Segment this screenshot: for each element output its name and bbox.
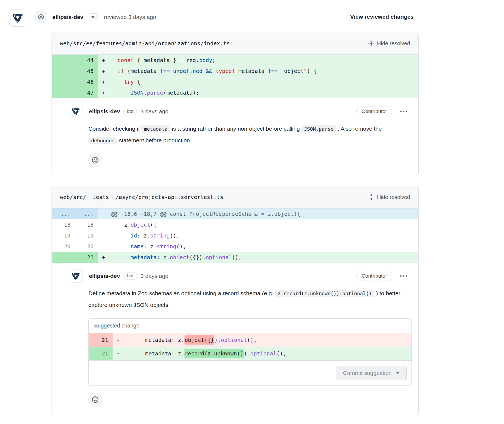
- code-token: [111, 79, 124, 85]
- hide-resolved-label: Hide resolved: [377, 194, 410, 200]
- diff-row: 45+ if (metadata !== undefined && typeof…: [52, 66, 418, 76]
- code-line: + JSON.parse(metadata);: [98, 87, 418, 98]
- comment-header: ellipsis-dev bot 3 days ago Contributor: [69, 269, 409, 283]
- chevron-down-icon: [395, 372, 400, 374]
- diff-row: 21+ metadata: z.record(z.unknown()).opti…: [89, 347, 412, 360]
- diff-row: 47+ JSON.parse(metadata);: [52, 87, 418, 98]
- code-token: ({}).: [189, 254, 206, 261]
- code-token: ) {: [307, 68, 317, 74]
- reviewer-avatar[interactable]: [9, 9, 26, 27]
- code-token: { metadata }: [134, 57, 180, 63]
- code-token: typeof: [215, 68, 235, 74]
- reviewer-name[interactable]: ellipsis-dev: [52, 14, 83, 20]
- add-reaction-button[interactable]: [88, 153, 102, 167]
- line-number[interactable]: [52, 76, 75, 87]
- line-number[interactable]: 19: [75, 230, 98, 241]
- code-token: id: [130, 232, 137, 239]
- code-token: =: [180, 57, 183, 63]
- code-token: (),: [276, 350, 286, 357]
- hide-resolved-button[interactable]: Hide resolved: [368, 194, 410, 200]
- comment-body: Consider checking if metadata is a strin…: [88, 123, 409, 146]
- code-line: + try {: [98, 76, 418, 87]
- code-token: optional: [221, 337, 247, 343]
- line-number[interactable]: ...: [52, 208, 75, 219]
- code-token: JSON: [130, 89, 143, 96]
- code-token: (),: [170, 232, 180, 239]
- line-number[interactable]: 44: [75, 55, 98, 66]
- line-number[interactable]: ...: [75, 208, 98, 219]
- code-line: name: z.string(),: [98, 241, 418, 252]
- code-token: ).: [214, 337, 221, 343]
- diff-row: 1919 id: z.string(),: [52, 230, 418, 241]
- line-number[interactable]: [52, 55, 75, 66]
- timeline-line: [41, 0, 41, 424]
- code-token: [202, 68, 206, 74]
- diff-row: 46+ try {: [52, 76, 418, 87]
- line-number[interactable]: 18: [52, 219, 75, 230]
- suggested-change-title: Suggested change: [89, 319, 412, 333]
- review-thread-card-1: web/src/ee/features/admin-api/organizati…: [52, 32, 419, 176]
- code-token: string: [150, 232, 170, 239]
- code-token: metadata: z.: [126, 337, 184, 343]
- line-number[interactable]: [52, 87, 75, 98]
- comment-avatar[interactable]: [69, 105, 82, 118]
- code-token: name: [130, 243, 143, 250]
- comment-avatar[interactable]: [69, 269, 82, 283]
- line-number[interactable]: 46: [75, 76, 98, 87]
- inline-code: JSON.parse: [301, 125, 336, 133]
- diff-row: 21- metadata: z.object({}).optional(),: [89, 333, 412, 347]
- diff-block: ......@@ -18,6 +18,7 @@ const ProjectRes…: [52, 208, 418, 263]
- code-token: string: [157, 243, 176, 250]
- hide-resolved-label: Hide resolved: [377, 40, 410, 47]
- review-comment-1: ellipsis-dev bot 3 days ago Contributor …: [52, 98, 418, 176]
- code-token: (),: [247, 337, 257, 343]
- line-number[interactable]: 20: [52, 241, 75, 252]
- diff-sign: +: [102, 66, 111, 76]
- code-token: undefined: [173, 68, 202, 74]
- line-number[interactable]: [52, 66, 75, 76]
- review-thread-card-2: web/src/__tests__/async/projects-api.ser…: [52, 186, 419, 415]
- view-reviewed-changes-link[interactable]: View reviewed changes: [350, 14, 414, 20]
- review-threads: web/src/ee/features/admin-api/organizati…: [52, 32, 419, 415]
- line-number[interactable]: 20: [75, 241, 98, 252]
- code-token: [277, 68, 281, 74]
- line-number[interactable]: 21: [75, 252, 98, 263]
- kebab-menu-button[interactable]: [399, 109, 409, 114]
- file-path[interactable]: web/src/ee/features/admin-api/organizati…: [60, 40, 230, 47]
- code-token: [111, 232, 130, 239]
- kebab-menu-button[interactable]: [399, 274, 409, 278]
- code-line: + const { metadata } = req.body;: [98, 55, 418, 66]
- comment-time[interactable]: 3 days ago: [141, 108, 168, 115]
- line-number[interactable]: 18: [75, 219, 98, 230]
- file-path[interactable]: web/src/__tests__/async/projects-api.ser…: [60, 194, 223, 200]
- line-number[interactable]: [52, 252, 75, 263]
- line-number[interactable]: 21: [89, 333, 113, 347]
- line-number[interactable]: 45: [75, 66, 98, 76]
- contributor-badge[interactable]: Contributor: [356, 107, 392, 116]
- hide-resolved-button[interactable]: Hide resolved: [368, 40, 410, 47]
- code-token: optional: [250, 350, 276, 357]
- code-line: z.object({: [98, 219, 418, 230]
- comment-author[interactable]: ellipsis-dev: [89, 108, 120, 115]
- commit-suggestion-button[interactable]: Commit suggestion: [336, 366, 407, 380]
- code-line: - metadata: z.object({}).optional(),: [113, 333, 412, 347]
- code-token: @@ -18,6 +18,7 @@ const ProjectResponseS…: [111, 211, 300, 217]
- smiley-icon: [92, 396, 99, 403]
- code-token: [111, 254, 130, 261]
- diff-row: 44+ const { metadata } = req.body;: [52, 55, 418, 66]
- line-number[interactable]: 47: [75, 87, 98, 98]
- line-number[interactable]: 19: [52, 230, 75, 241]
- line-number[interactable]: 21: [89, 347, 113, 360]
- code-token: (),: [232, 254, 242, 261]
- contributor-badge[interactable]: Contributor: [356, 271, 392, 281]
- code-line: + metadata: z.object({}).optional(),: [98, 252, 418, 263]
- file-header-1: web/src/ee/features/admin-api/organizati…: [52, 32, 418, 55]
- code-token: (),: [176, 243, 186, 250]
- comment-time[interactable]: 3 days ago: [141, 273, 168, 279]
- add-reaction-button[interactable]: [88, 393, 102, 406]
- comment-author[interactable]: ellipsis-dev: [89, 273, 120, 279]
- eye-icon: [38, 14, 44, 20]
- code-token: : z.: [137, 232, 150, 239]
- code-line: @@ -18,6 +18,7 @@ const ProjectResponseS…: [98, 208, 418, 219]
- code-token: metadata: [235, 68, 268, 74]
